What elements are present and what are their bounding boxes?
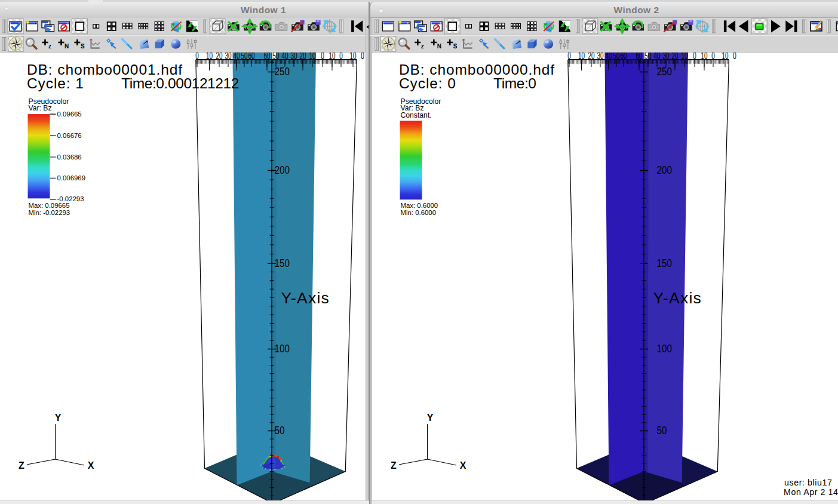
svg-text:Min: -0.02293: Min: -0.02293 <box>29 209 70 216</box>
svg-text:10: 10 <box>329 53 335 62</box>
svg-text:0: 0 <box>567 53 571 62</box>
svg-text:0: 0 <box>693 53 696 62</box>
svg-text:Time:0: Time:0 <box>493 75 536 91</box>
svg-text:50: 50 <box>272 53 279 62</box>
svg-text:Y: Y <box>55 413 62 423</box>
svg-text:10: 10 <box>349 53 356 62</box>
svg-text:0: 0 <box>361 53 364 62</box>
svg-text:Min: 0.6000: Min: 0.6000 <box>401 209 437 216</box>
svg-text:50: 50 <box>644 53 651 62</box>
svg-text:Z: Z <box>391 460 397 471</box>
svg-text:250: 250 <box>657 65 672 78</box>
svg-text:60: 60 <box>620 53 627 62</box>
svg-text:60: 60 <box>636 53 642 62</box>
svg-text:40: 40 <box>605 53 612 62</box>
svg-text:10: 10 <box>206 53 213 62</box>
svg-text:Cycle: 0: Cycle: 0 <box>399 75 456 91</box>
svg-text:X: X <box>460 460 466 471</box>
svg-text:30: 30 <box>597 53 603 62</box>
svg-text:Y-Axis: Y-Axis <box>653 289 702 307</box>
svg-text:20: 20 <box>588 53 594 62</box>
svg-text:Y-Axis: Y-Axis <box>281 289 330 307</box>
svg-text:20: 20 <box>216 53 222 62</box>
svg-text:0: 0 <box>339 53 343 62</box>
svg-text:Time:0.000121212: Time:0.000121212 <box>121 75 239 91</box>
svg-text:30: 30 <box>290 53 297 62</box>
svg-text:20: 20 <box>299 53 306 62</box>
svg-text:30: 30 <box>662 53 669 62</box>
svg-text:40: 40 <box>653 53 660 62</box>
svg-text:Max: 0.6000: Max: 0.6000 <box>401 202 438 209</box>
svg-text:user: bliu17: user: bliu17 <box>784 478 833 487</box>
svg-text:Cycle: 1: Cycle: 1 <box>27 75 84 91</box>
svg-text:10: 10 <box>578 53 585 62</box>
svg-text:0: 0 <box>711 53 715 62</box>
svg-text:Var: Bz: Var: Bz <box>29 104 52 112</box>
svg-text:10: 10 <box>309 53 315 62</box>
svg-text:60: 60 <box>263 53 270 62</box>
svg-text:250: 250 <box>275 65 290 78</box>
svg-text:0: 0 <box>733 53 736 62</box>
svg-text:40: 40 <box>233 53 240 62</box>
svg-text:50: 50 <box>241 53 247 62</box>
svg-text:60: 60 <box>248 53 254 62</box>
svg-text:X: X <box>88 460 94 471</box>
svg-text:50: 50 <box>613 53 619 62</box>
svg-text:150: 150 <box>275 256 290 269</box>
svg-text:30: 30 <box>225 53 231 62</box>
svg-text:Max: 0.09665: Max: 0.09665 <box>29 202 70 209</box>
svg-text:50: 50 <box>275 424 285 437</box>
svg-text:20: 20 <box>671 53 678 62</box>
svg-text:0: 0 <box>195 53 199 62</box>
svg-text:50: 50 <box>657 424 667 437</box>
svg-text:Z: Z <box>19 460 24 471</box>
svg-text:100: 100 <box>275 342 290 355</box>
svg-text:150: 150 <box>657 256 672 269</box>
svg-text:100: 100 <box>657 342 672 355</box>
svg-text:0.09665: 0.09665 <box>57 110 82 118</box>
svg-text:10: 10 <box>681 53 687 62</box>
svg-text:10: 10 <box>701 53 707 62</box>
svg-text:10: 10 <box>722 53 728 62</box>
svg-text:Constant.: Constant. <box>401 111 432 119</box>
svg-text:200: 200 <box>657 164 672 177</box>
svg-text:200: 200 <box>275 164 290 177</box>
svg-text:Y: Y <box>427 413 434 423</box>
svg-text:Mon Apr 2 14:2: Mon Apr 2 14:2 <box>784 487 838 497</box>
svg-text:0.03686: 0.03686 <box>57 153 82 161</box>
svg-text:0: 0 <box>321 53 324 62</box>
svg-text:40: 40 <box>281 53 288 62</box>
svg-text:0.06676: 0.06676 <box>57 132 82 139</box>
svg-text:0.006969: 0.006969 <box>57 174 86 182</box>
